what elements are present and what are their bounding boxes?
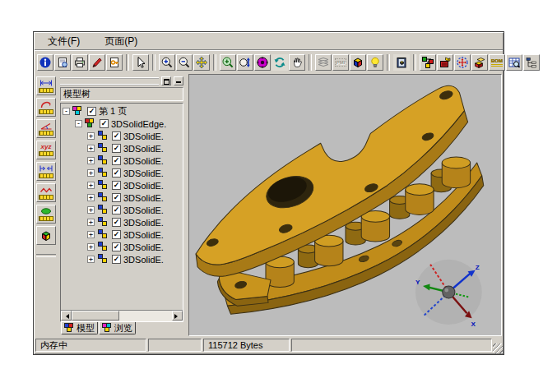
menu-file[interactable]: 文件(F)	[44, 34, 83, 49]
tree-row[interactable]: +✓3DSolidE.	[63, 216, 183, 228]
tree-row[interactable]: +✓3DSolidE.	[63, 191, 183, 204]
expand-icon[interactable]: +	[87, 243, 95, 251]
measure-area-button[interactable]	[36, 205, 56, 224]
visibility-checkbox[interactable]: ✓	[112, 218, 121, 227]
measure-distance-button[interactable]	[36, 162, 56, 181]
scroll-left-button[interactable]	[61, 311, 72, 321]
tree-row-page[interactable]: - ✓ 第 1 页	[63, 105, 183, 118]
visibility-checkbox[interactable]: ✓	[112, 156, 121, 165]
tree-row[interactable]: +✓3DSolidE.	[63, 241, 183, 253]
menu-page[interactable]: 页面(P)	[101, 34, 141, 49]
model-monitor-button[interactable]	[437, 54, 453, 71]
measure-volume-button[interactable]	[36, 226, 56, 245]
tab-browse[interactable]: 浏览	[99, 322, 136, 334]
expand-icon[interactable]: +	[87, 219, 95, 226]
notebook-icon	[395, 56, 408, 69]
tree-row[interactable]: +✓3DSolidE.	[63, 253, 183, 265]
tree-row[interactable]: +✓3DSolidE.	[63, 142, 183, 154]
panel-minimize-button[interactable]	[174, 76, 183, 85]
zoom-out-button[interactable]	[176, 54, 193, 71]
expand-icon[interactable]: +	[87, 157, 95, 164]
tree-row[interactable]: +✓3DSolidE.	[63, 167, 183, 179]
status-cell	[148, 339, 202, 352]
assembly-tree-icon	[421, 56, 434, 69]
expand-icon[interactable]: +	[87, 194, 95, 201]
expand-icon[interactable]: +	[87, 206, 95, 214]
pan-move-button[interactable]	[193, 54, 210, 71]
resize-grip[interactable]	[493, 344, 503, 353]
visibility-checkbox[interactable]: ✓	[87, 107, 96, 116]
zoom-window-icon	[221, 56, 234, 69]
markup-pen-button[interactable]	[89, 54, 105, 71]
visibility-checkbox[interactable]: ✓	[112, 242, 121, 251]
assembly-tree-button[interactable]	[420, 54, 436, 71]
view-3d-button[interactable]	[350, 54, 366, 71]
rotate-axis-button[interactable]	[454, 54, 471, 71]
scrollbar-track[interactable]	[119, 311, 172, 321]
measure-curve-icon	[39, 186, 53, 194]
pan-hand-button[interactable]	[289, 54, 305, 71]
print-preview-button[interactable]	[54, 54, 71, 71]
select-cursor-button[interactable]	[132, 54, 149, 71]
pen-icon	[90, 56, 104, 69]
explode-view-button[interactable]	[471, 54, 488, 71]
expand-icon[interactable]: +	[87, 182, 95, 189]
zoom-dynamic-button[interactable]	[237, 54, 253, 71]
table-search-button[interactable]	[506, 54, 522, 71]
measure-radius-button[interactable]	[36, 98, 56, 117]
visibility-checkbox[interactable]: ✓	[112, 168, 121, 178]
expand-icon[interactable]: +	[87, 145, 95, 152]
tab-model[interactable]: 模型	[61, 322, 98, 334]
layers-icon	[317, 56, 330, 69]
main-toolbar: PMI BOM	[35, 51, 503, 74]
print-button[interactable]	[72, 54, 88, 71]
measure-coordinate-button[interactable]: xyz	[36, 141, 56, 159]
visibility-checkbox[interactable]: ✓	[100, 119, 109, 128]
zoom-in-button[interactable]	[159, 54, 175, 71]
refresh-rotate-button[interactable]	[272, 54, 288, 71]
scrollbar-thumb[interactable]	[72, 311, 119, 321]
visibility-checkbox[interactable]: ✓	[112, 193, 121, 202]
tree-row[interactable]: +✓3DSolidE.	[63, 179, 183, 191]
visibility-checkbox[interactable]: ✓	[112, 230, 121, 239]
rotate-axis-icon	[456, 56, 469, 69]
tree-row-assembly[interactable]: - ✓ 3DSolidEdge.	[63, 118, 183, 130]
visibility-checkbox[interactable]: ✓	[112, 205, 121, 214]
structure-list-button[interactable]	[523, 54, 540, 71]
assembly-cubes-icon	[85, 118, 97, 129]
tree-tabs: 模型 浏览	[60, 322, 183, 336]
tree-row[interactable]: +✓3DSolidE.	[63, 204, 183, 216]
panel-gripper[interactable]	[60, 77, 159, 85]
bom-button[interactable]: BOM	[489, 54, 505, 71]
scroll-right-button[interactable]	[172, 311, 183, 321]
notebook-view-button[interactable]	[393, 54, 410, 71]
visibility-checkbox[interactable]: ✓	[112, 255, 121, 264]
visibility-checkbox[interactable]: ✓	[112, 181, 121, 190]
info-button[interactable]	[37, 54, 53, 71]
panel-maximize-button[interactable]	[161, 76, 171, 85]
collapse-icon[interactable]: -	[75, 120, 82, 127]
zoom-window-button[interactable]	[220, 54, 236, 71]
layers-button[interactable]	[315, 54, 332, 71]
pmi-button[interactable]: PMI	[332, 54, 349, 71]
expand-icon[interactable]: +	[87, 256, 95, 263]
measure-curve-button[interactable]	[36, 183, 56, 202]
permission-key-button[interactable]	[106, 54, 123, 71]
tree-row[interactable]: +✓3DSolidE.	[63, 228, 183, 241]
tree-horizontal-scrollbar[interactable]	[61, 310, 183, 321]
tree-row[interactable]: +✓3DSolidE.	[63, 154, 183, 167]
measure-angle-button[interactable]	[36, 119, 56, 138]
expand-icon[interactable]: +	[87, 132, 95, 140]
measure-length-button[interactable]	[36, 76, 56, 95]
viewport-3d[interactable]: Z X Y	[188, 74, 502, 336]
rotate-center-button[interactable]	[254, 54, 271, 71]
visibility-checkbox[interactable]: ✓	[112, 144, 121, 153]
measure-volume-icon	[39, 229, 53, 242]
expand-icon[interactable]: +	[87, 169, 95, 177]
orientation-trackball[interactable]: Z X Y	[415, 260, 482, 328]
light-button[interactable]	[367, 54, 383, 71]
collapse-icon[interactable]: -	[63, 108, 70, 115]
visibility-checkbox[interactable]: ✓	[112, 131, 121, 141]
expand-icon[interactable]: +	[87, 231, 95, 238]
tree-row[interactable]: +✓3DSolidE.	[63, 130, 183, 142]
